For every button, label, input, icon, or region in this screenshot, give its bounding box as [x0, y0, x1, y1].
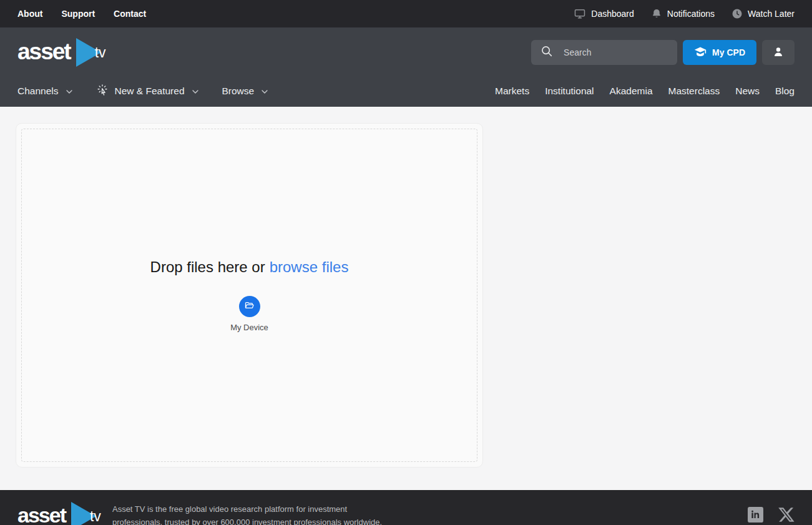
- site-footer: asset tv Asset TV is the free global vid…: [0, 490, 812, 525]
- watch-later-label: Watch Later: [748, 9, 795, 19]
- my-cpd-label: My CPD: [712, 47, 745, 57]
- topbar-links: About Support Contact: [17, 9, 146, 19]
- chevron-down-icon: [191, 87, 200, 96]
- main-nav: Channels New & Featured Browse: [17, 84, 795, 99]
- linkedin-link[interactable]: [748, 507, 763, 525]
- logo-wordmark: asset: [17, 40, 71, 66]
- nav-link-news[interactable]: News: [735, 86, 760, 97]
- folder-open-icon: [244, 300, 255, 313]
- x-twitter-link[interactable]: [778, 506, 795, 525]
- support-link[interactable]: Support: [61, 9, 95, 19]
- file-dropzone[interactable]: Drop files here orbrowse files My Device: [21, 129, 477, 462]
- nav-link-blog[interactable]: Blog: [775, 86, 795, 97]
- logo-tv-text: tv: [95, 44, 106, 61]
- search-input[interactable]: [564, 47, 677, 57]
- topbar-actions: Dashboard Notifications Watch Later: [574, 7, 795, 20]
- dashboard-link[interactable]: Dashboard: [574, 7, 634, 20]
- my-device-label: My Device: [230, 323, 268, 332]
- clock-icon: [731, 8, 743, 19]
- notifications-link[interactable]: Notifications: [651, 8, 715, 19]
- watch-later-link[interactable]: Watch Later: [731, 8, 795, 19]
- footer-asset-tv-logo[interactable]: asset tv: [17, 502, 96, 525]
- contact-link[interactable]: Contact: [114, 9, 146, 19]
- nav-item-label: Browse: [222, 86, 255, 97]
- nav-link-masterclass[interactable]: Masterclass: [668, 86, 720, 97]
- footer-description: Asset TV is the free global video resear…: [112, 503, 383, 525]
- linkedin-icon: [748, 507, 763, 525]
- account-button[interactable]: [762, 40, 795, 65]
- my-cpd-button[interactable]: My CPD: [683, 40, 756, 65]
- my-device-button[interactable]: [239, 296, 260, 317]
- site-header: asset tv My: [0, 27, 812, 107]
- cursor-rays-icon: [96, 84, 109, 99]
- play-triangle-icon: tv: [71, 502, 96, 525]
- nav-item-label: Channels: [17, 86, 59, 97]
- chevron-down-icon: [260, 87, 269, 96]
- footer-social-links: [748, 506, 795, 525]
- x-twitter-icon: [778, 506, 795, 525]
- nav-link-akademia[interactable]: Akademia: [610, 86, 653, 97]
- asset-tv-logo[interactable]: asset tv: [17, 38, 101, 67]
- logo-wordmark: asset: [17, 504, 66, 525]
- dashboard-label: Dashboard: [591, 9, 634, 19]
- nav-link-institutional[interactable]: Institutional: [545, 86, 594, 97]
- nav-item-browse[interactable]: Browse: [222, 86, 270, 97]
- nav-item-channels[interactable]: Channels: [17, 86, 74, 97]
- my-device-source[interactable]: My Device: [230, 296, 268, 332]
- chevron-down-icon: [65, 87, 74, 96]
- nav-link-markets[interactable]: Markets: [495, 86, 529, 97]
- nav-item-label: New & Featured: [115, 86, 185, 97]
- nav-item-new-featured[interactable]: New & Featured: [96, 84, 200, 99]
- top-utility-bar: About Support Contact Dashboard Notifica…: [0, 0, 812, 27]
- search-icon: [540, 44, 554, 61]
- search-box[interactable]: [531, 40, 677, 65]
- upload-card: Drop files here orbrowse files My Device: [16, 123, 483, 468]
- browse-files-link[interactable]: browse files: [270, 258, 349, 275]
- graduation-cap-icon: [694, 46, 707, 60]
- notifications-label: Notifications: [667, 9, 715, 19]
- logo-tv-text: tv: [90, 508, 101, 525]
- about-link[interactable]: About: [17, 9, 42, 19]
- play-triangle-icon: tv: [76, 38, 101, 67]
- drop-heading-text: Drop files here or: [150, 258, 265, 275]
- bell-icon: [651, 8, 662, 19]
- monitor-icon: [574, 7, 586, 20]
- drop-heading: Drop files here orbrowse files: [150, 258, 349, 276]
- main-content: Drop files here orbrowse files My Device: [0, 123, 812, 490]
- user-icon: [771, 45, 785, 61]
